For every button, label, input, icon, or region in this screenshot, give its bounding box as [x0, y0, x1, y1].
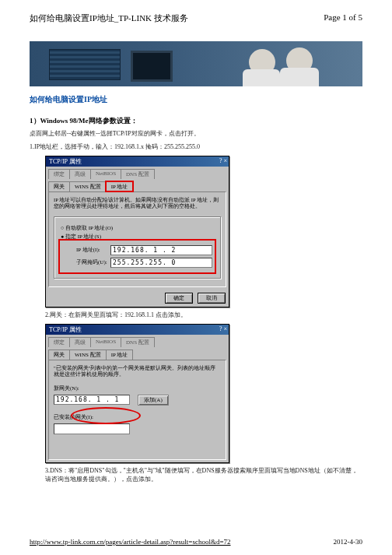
- d2-tab-ip[interactable]: IP 地址: [106, 350, 134, 360]
- page-title: 如何给电脑设置IP地址_TP-LINK 技术服务: [30, 12, 188, 24]
- d2-tab-dns[interactable]: DNS 配置: [121, 337, 155, 347]
- d2-tab-gateway[interactable]: 网关: [48, 350, 70, 360]
- section1-line2: 1.IP地址栏，选择手动，输入：192.168.1.x 掩码：255.255.2…: [30, 142, 362, 151]
- tab-gateway[interactable]: 网关: [48, 181, 70, 191]
- section2-line: 2.网关：在新网关里面填写：192.168.1.1 点击添加。: [45, 311, 362, 319]
- mask-input[interactable]: 255.255.255. 0: [110, 258, 212, 268]
- footer-date: 2012-4-30: [334, 538, 363, 546]
- d2-tab-adv[interactable]: 高级: [69, 337, 91, 347]
- page-number: Page 1 of 5: [324, 12, 362, 24]
- section3-line: 3.DNS：将"启用DNS"勾选，"主机名"与"域"随便填写，在DNS服务器搜索…: [45, 466, 362, 483]
- radio-auto-ip[interactable]: 自动获取 IP 地址(O): [61, 224, 214, 232]
- tab-dns[interactable]: DNS 配置: [121, 169, 155, 179]
- tab-bind[interactable]: 绑定: [48, 169, 70, 179]
- dialog2-titlebar: TCP/IP 属性 ? ×: [46, 325, 229, 335]
- ok-button[interactable]: 确定: [165, 293, 193, 304]
- cancel-button[interactable]: 取消: [198, 293, 226, 304]
- dialog1-title: TCP/IP 属性: [49, 158, 82, 165]
- installed-gw-list[interactable]: [54, 423, 130, 434]
- ip-input[interactable]: 192.168. 1 . 2: [110, 245, 212, 255]
- new-gw-input[interactable]: 192.168. 1 . 1: [54, 395, 130, 405]
- tab-netbios[interactable]: NetBIOS: [90, 169, 121, 179]
- new-gw-label: 新网关(N):: [54, 385, 221, 392]
- dialog1-titlebar: TCP/IP 属性 ? ×: [46, 156, 229, 167]
- banner-image: [30, 41, 362, 86]
- dialog2-desc: "已安装的网关"列表中的第一个网关将是默认网关。列表的地址顺序就是这些计算机使用…: [54, 365, 221, 378]
- section1-line1: 桌面网上邻居--右键属性--选择TCP/IP对应的网卡，点击打开。: [30, 129, 362, 138]
- installed-gw-label: 已安装的网关(I):: [54, 413, 221, 421]
- tab-ipaddress[interactable]: IP 地址: [106, 181, 134, 191]
- d2-tab-bind[interactable]: 绑定: [48, 337, 70, 347]
- d2-tab-wins[interactable]: WINS 配置: [69, 350, 107, 360]
- radio-manual-ip[interactable]: 指定 IP 地址(S): [61, 233, 214, 241]
- add-button[interactable]: 添加(A): [138, 395, 169, 406]
- tab-wins[interactable]: WINS 配置: [69, 181, 107, 191]
- section1-heading: 1）Windows 98/Me网络参数设置：: [30, 116, 362, 126]
- tab-advanced[interactable]: 高级: [69, 169, 91, 179]
- dialog1-desc: IP 地址可以自动分配给该计算机。如果网络没有自动指派 IP 地址，则您的网络管…: [54, 197, 221, 210]
- help-close-icons-2: ? ×: [219, 325, 227, 332]
- dialog2-title: TCP/IP 属性: [49, 326, 82, 333]
- ip-label: IP 地址(I):: [76, 246, 110, 254]
- footer-url: http://www.tp-link.com.cn/pages/article-…: [30, 538, 231, 546]
- tcpip-dialog-2: TCP/IP 属性 ? × 绑定 高级 NetBIOS DNS 配置 网关 WI…: [45, 324, 229, 463]
- article-title: 如何给电脑设置IP地址: [30, 94, 362, 105]
- tcpip-dialog-1: TCP/IP 属性 ? × 绑定 高级 NetBIOS DNS 配置 网关 WI…: [45, 156, 229, 307]
- mask-label: 子网掩码(U):: [76, 258, 110, 266]
- help-close-icons: ? ×: [219, 157, 227, 164]
- d2-tab-netbios[interactable]: NetBIOS: [90, 337, 121, 347]
